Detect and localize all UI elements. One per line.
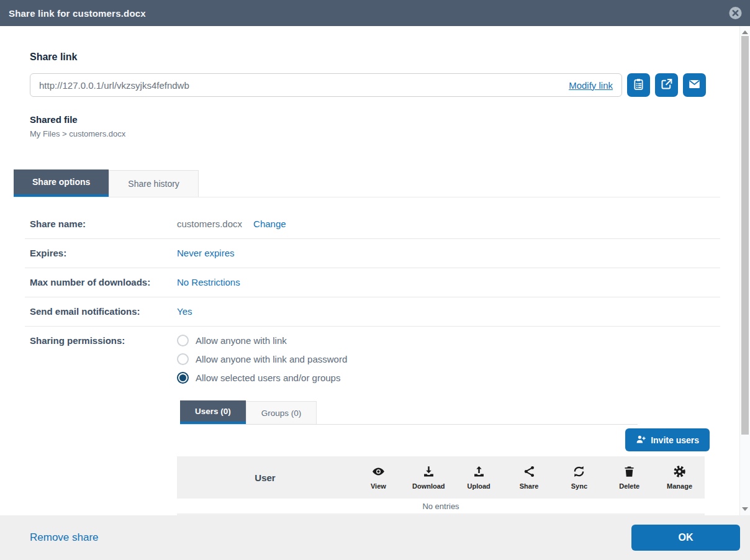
row-max-downloads: Max number of downloads: No Restrictions: [25, 268, 720, 297]
person-plus-icon: [636, 434, 646, 446]
shared-file-heading: Shared file: [30, 114, 78, 125]
tab-share-history-label: Share history: [128, 179, 179, 189]
column-header-user: User: [177, 472, 353, 483]
main-tabs: Share options Share history: [14, 169, 720, 197]
change-share-name-link[interactable]: Change: [253, 218, 286, 230]
tab-groups[interactable]: Groups (0): [246, 401, 317, 424]
column-header-sync[interactable]: Sync: [554, 465, 604, 490]
max-downloads-label: Max number of downloads:: [30, 276, 177, 289]
share-url-value[interactable]: http://127.0.0.1/url/vkzsyjks4fefndwb: [39, 80, 189, 91]
user-group-tabs: Users (0) Groups (0): [180, 400, 638, 425]
max-downloads-value-link[interactable]: No Restrictions: [177, 276, 240, 289]
eye-icon: [372, 465, 385, 481]
radio-anyone-with-link-password-label: Allow anyone with link and password: [196, 354, 347, 364]
tab-share-history[interactable]: Share history: [109, 170, 198, 197]
remove-share-link[interactable]: Remove share: [30, 531, 99, 544]
radio-anyone-with-link-label: Allow anyone with link: [196, 335, 287, 346]
column-header-manage[interactable]: Manage: [654, 465, 705, 490]
external-link-icon: [660, 78, 673, 93]
sync-icon: [572, 465, 585, 481]
table-header-row: User View: [177, 456, 705, 499]
breadcrumb: My Files > customers.docx: [30, 129, 125, 138]
share-options-panel: Share name: customers.docx Change Expire…: [25, 210, 720, 392]
vertical-scrollbar[interactable]: [739, 26, 750, 515]
row-share-name: Share name: customers.docx Change: [25, 210, 720, 239]
share-link-row: http://127.0.0.1/url/vkzsyjks4fefndwb Mo…: [30, 73, 706, 97]
scrollbar-thumb[interactable]: [741, 36, 749, 435]
sharing-permissions-label: Sharing permissions:: [30, 335, 177, 347]
scroll-down-arrow-icon[interactable]: [742, 507, 748, 511]
radio-selected-users-groups-label: Allow selected users and/or groups: [196, 373, 340, 383]
user-permissions-table: User View: [177, 456, 705, 518]
sharing-permissions-options: Allow anyone with link Allow anyone with…: [177, 335, 347, 384]
row-expires: Expires: Never expires: [25, 239, 720, 268]
share-link-dialog: Share link for customers.docx Share link…: [0, 0, 750, 560]
row-sharing-permissions: Sharing permissions: Allow anyone with l…: [25, 327, 720, 392]
trash-icon: [623, 465, 636, 481]
close-icon[interactable]: [728, 6, 743, 20]
tab-users-label: Users (0): [195, 407, 231, 416]
invite-users-label: Invite users: [651, 435, 699, 445]
invite-users-button[interactable]: Invite users: [625, 428, 710, 451]
dialog-body: Share link http://127.0.0.1/url/vkzsyjks…: [0, 26, 750, 515]
expires-value-link[interactable]: Never expires: [177, 247, 235, 260]
column-header-share[interactable]: Share: [504, 465, 554, 490]
column-header-upload[interactable]: Upload: [454, 465, 504, 490]
row-email-notifications: Send email notifications: Yes: [25, 297, 720, 327]
email-notifications-value-link[interactable]: Yes: [177, 305, 192, 318]
tab-share-options[interactable]: Share options: [14, 169, 109, 197]
upload-icon: [472, 465, 486, 481]
clipboard-icon: [632, 78, 645, 93]
envelope-icon: [688, 78, 701, 93]
tab-users[interactable]: Users (0): [180, 400, 246, 424]
column-header-view[interactable]: View: [353, 465, 404, 490]
radio-selected-icon[interactable]: [177, 372, 189, 384]
table-empty-message: No entries: [177, 499, 705, 513]
email-link-button[interactable]: [683, 73, 706, 97]
expires-label: Expires:: [30, 247, 177, 260]
tab-share-options-label: Share options: [32, 177, 90, 187]
ok-button[interactable]: OK: [631, 525, 740, 551]
scroll-up-arrow-icon[interactable]: [742, 30, 748, 34]
modify-link-button[interactable]: Modify link: [569, 80, 613, 91]
radio-selected-users-groups[interactable]: Allow selected users and/or groups: [177, 372, 347, 384]
radio-anyone-with-link-password[interactable]: Allow anyone with link and password: [177, 353, 347, 365]
download-icon: [422, 465, 435, 481]
users-groups-section: Users (0) Groups (0) Invite users: [177, 400, 710, 518]
dialog-footer: Remove share OK: [0, 515, 750, 560]
column-header-download[interactable]: Download: [404, 465, 454, 490]
dialog-titlebar: Share link for customers.docx: [0, 0, 750, 26]
radio-circle-icon[interactable]: [177, 353, 189, 365]
copy-to-clipboard-button[interactable]: [627, 73, 650, 97]
email-notifications-label: Send email notifications:: [30, 305, 177, 318]
share-link-heading: Share link: [30, 52, 77, 63]
share-icon: [523, 465, 536, 481]
column-header-delete[interactable]: Delete: [604, 465, 654, 490]
radio-anyone-with-link[interactable]: Allow anyone with link: [177, 335, 347, 346]
share-name-label: Share name:: [30, 218, 177, 230]
radio-circle-icon[interactable]: [177, 335, 189, 346]
gear-icon: [673, 465, 686, 481]
share-url-field[interactable]: http://127.0.0.1/url/vkzsyjks4fefndwb Mo…: [30, 73, 622, 97]
share-name-value: customers.docx: [177, 218, 242, 230]
tab-groups-label: Groups (0): [261, 409, 302, 418]
dialog-title: Share link for customers.docx: [9, 8, 146, 19]
open-link-button[interactable]: [655, 73, 678, 97]
